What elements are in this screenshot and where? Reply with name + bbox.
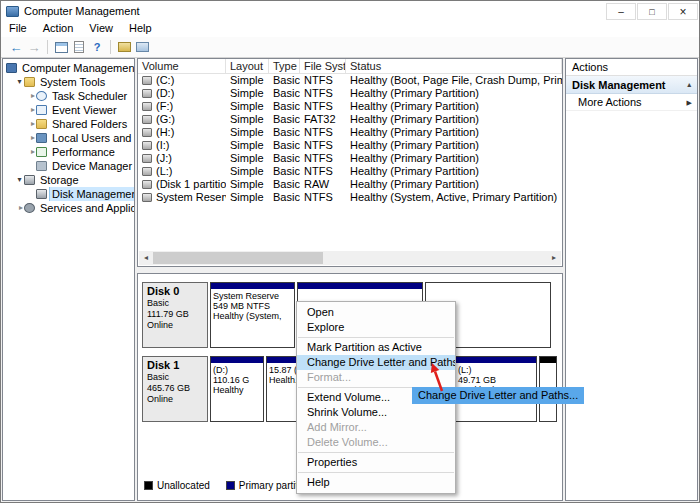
back-arrow-icon[interactable]	[7, 39, 25, 55]
volume-fs: NTFS	[300, 74, 346, 87]
tree-item-storage[interactable]: Storage	[3, 173, 134, 187]
volume-row[interactable]: (F:) Simple Basic NTFS Healthy (Primary …	[138, 100, 562, 113]
partition-d-drive[interactable]: (D:) 110.16 G Healthy	[210, 356, 264, 422]
more-actions-item[interactable]: More Actions	[566, 94, 697, 111]
tree-item-label: Storage	[38, 173, 81, 187]
volume-type: Basic	[269, 126, 300, 139]
volume-row[interactable]: (J:) Simple Basic NTFS Healthy (Primary …	[138, 152, 562, 165]
menu-file[interactable]: File	[1, 21, 35, 37]
chevron-up-icon[interactable]	[687, 76, 691, 94]
volume-layout: Simple	[226, 139, 269, 152]
minimize-button[interactable]	[606, 3, 636, 20]
tree-item-system-tools[interactable]: System Tools	[3, 75, 134, 89]
menu-view[interactable]: View	[81, 21, 121, 37]
tree-item-label: System Tools	[38, 75, 107, 89]
volume-type: Basic	[269, 178, 300, 191]
volume-name: (F:)	[156, 100, 173, 112]
column-header-status[interactable]: Status	[346, 59, 562, 74]
menu-item-shrink-volume[interactable]: Shrink Volume...	[297, 405, 455, 420]
drive-icon	[142, 115, 152, 124]
chevron-collapsed-icon[interactable]	[27, 103, 36, 117]
volume-layout: Simple	[226, 74, 269, 87]
maximize-button[interactable]	[637, 3, 667, 20]
device-manager-icon	[36, 161, 47, 171]
console-tree-icon[interactable]	[52, 39, 70, 55]
volume-name: (Disk 1 partition 2)	[156, 178, 226, 190]
tree-item-disk-management[interactable]: Disk Management	[3, 187, 134, 201]
services-icon	[24, 203, 35, 213]
tree-item-device-manager[interactable]: Device Manager	[3, 159, 134, 173]
disk-name: Disk 1	[147, 359, 203, 372]
menu-action[interactable]: Action	[35, 21, 82, 37]
volume-type: Basic	[269, 191, 300, 204]
actions-group-disk-management[interactable]: Disk Management	[566, 76, 697, 94]
close-button[interactable]	[668, 3, 698, 20]
volume-row[interactable]: (H:) Simple Basic NTFS Healthy (Primary …	[138, 126, 562, 139]
volume-name: (J:)	[156, 152, 172, 164]
column-header-type[interactable]: Type	[269, 59, 300, 74]
tree-item-event-viewer[interactable]: Event Viewer	[3, 103, 134, 117]
volume-list-header: Volume Layout Type File System Status	[138, 59, 562, 74]
volume-fs: NTFS	[300, 126, 346, 139]
menu-separator	[298, 452, 454, 453]
chevron-collapsed-icon[interactable]	[15, 201, 24, 215]
tree-item-label-selected: Disk Management	[50, 187, 134, 201]
scroll-right-icon[interactable]	[547, 251, 561, 265]
partition-status: Healthy	[211, 385, 263, 395]
export-list-icon[interactable]	[70, 39, 88, 55]
chevron-expanded-icon[interactable]	[15, 75, 24, 89]
menu-help[interactable]: Help	[121, 21, 160, 37]
disk-properties-icon[interactable]	[133, 39, 151, 55]
volume-status: Healthy (System, Active, Primary Partiti…	[346, 191, 562, 204]
disk-1-label[interactable]: Disk 1 Basic 465.76 GB Online	[142, 356, 208, 422]
scrollbar-thumb[interactable]	[153, 252, 323, 264]
tree-item-services-applications[interactable]: Services and Applications	[3, 201, 134, 215]
menu-item-open[interactable]: Open	[297, 305, 455, 320]
column-header-file-system[interactable]: File System	[300, 59, 346, 74]
horizontal-scrollbar[interactable]	[139, 251, 561, 265]
volume-row[interactable]: System Reserved (K:) Simple Basic NTFS H…	[138, 191, 562, 204]
chevron-collapsed-icon[interactable]	[27, 131, 36, 145]
column-header-layout[interactable]: Layout	[226, 59, 269, 74]
volume-type: Basic	[269, 152, 300, 165]
chevron-collapsed-icon[interactable]	[27, 145, 36, 159]
volume-layout: Simple	[226, 178, 269, 191]
volume-row[interactable]: (D:) Simple Basic NTFS Healthy (Primary …	[138, 87, 562, 100]
chevron-expanded-icon[interactable]	[15, 173, 24, 187]
chevron-right-icon[interactable]	[687, 94, 692, 111]
tree-item-task-scheduler[interactable]: Task Scheduler	[3, 89, 134, 103]
volume-list: Volume Layout Type File System Status (C…	[137, 58, 563, 267]
chevron-collapsed-icon[interactable]	[27, 89, 36, 103]
help-icon[interactable]	[88, 39, 106, 55]
tree-item-label: Local Users and Groups	[50, 131, 134, 145]
volume-layout: Simple	[226, 87, 269, 100]
volume-fs: NTFS	[300, 100, 346, 113]
storage-icon	[24, 175, 35, 185]
volume-status: Healthy (Primary Partition)	[346, 165, 562, 178]
volume-type: Basic	[269, 100, 300, 113]
volume-row[interactable]: (L:) Simple Basic NTFS Healthy (Primary …	[138, 165, 562, 178]
disk-management-icon	[36, 189, 47, 199]
column-header-volume[interactable]: Volume	[138, 59, 226, 74]
tree-item-performance[interactable]: Performance	[3, 145, 134, 159]
scroll-left-icon[interactable]	[139, 251, 153, 265]
volume-row[interactable]: (Disk 1 partition 2) Simple Basic RAW He…	[138, 178, 562, 191]
actions-panel-title: Actions	[566, 59, 697, 76]
tree-item-local-users-groups[interactable]: Local Users and Groups	[3, 131, 134, 145]
tree-item-label: Performance	[50, 145, 117, 159]
tree-item-shared-folders[interactable]: Shared Folders	[3, 117, 134, 131]
volume-row[interactable]: (C:) Simple Basic NTFS Healthy (Boot, Pa…	[138, 74, 562, 87]
menu-item-explore[interactable]: Explore	[297, 320, 455, 335]
chevron-collapsed-icon[interactable]	[27, 117, 36, 131]
volume-row[interactable]: (G:) Simple Basic FAT32 Healthy (Primary…	[138, 113, 562, 126]
forward-arrow-icon[interactable]	[25, 39, 43, 55]
menu-item-help[interactable]: Help	[297, 475, 455, 490]
partition-system-reserved[interactable]: System Reserve 549 MB NTFS Healthy (Syst…	[210, 282, 295, 348]
tree-item-computer-management[interactable]: Computer Management (Local	[3, 61, 134, 75]
volume-row[interactable]: (I:) Simple Basic NTFS Healthy (Primary …	[138, 139, 562, 152]
menu-item-mark-partition-active[interactable]: Mark Partition as Active	[297, 340, 455, 355]
menu-item-properties[interactable]: Properties	[297, 455, 455, 470]
disk-action-icon[interactable]	[115, 39, 133, 55]
volume-status: Healthy (Primary Partition)	[346, 152, 562, 165]
disk-0-label[interactable]: Disk 0 Basic 111.79 GB Online	[142, 282, 208, 348]
